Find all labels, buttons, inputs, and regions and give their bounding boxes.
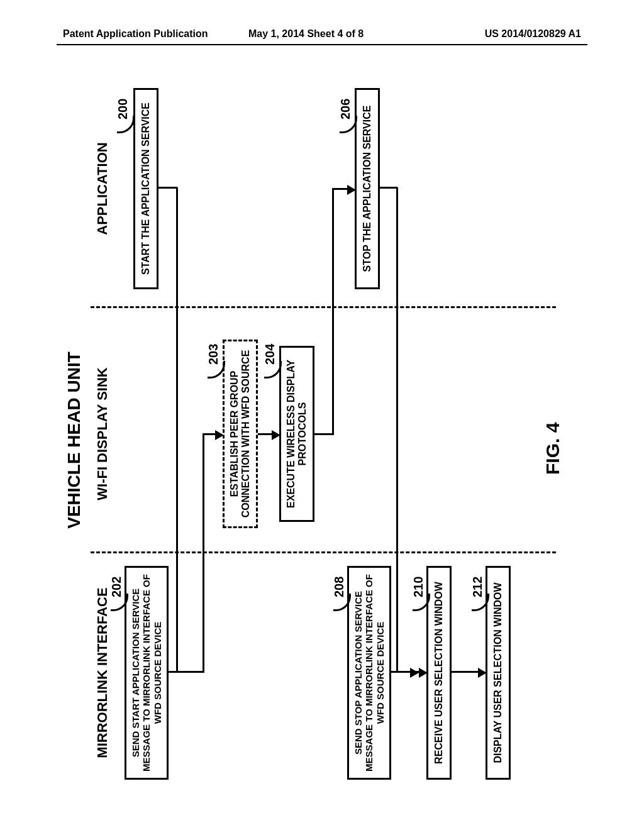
connector — [158, 187, 177, 189]
lane-divider-2 — [91, 306, 556, 308]
connector — [332, 188, 348, 190]
connector — [396, 187, 398, 673]
arrowhead-icon — [410, 668, 419, 678]
connector — [314, 433, 333, 435]
box-204-execute-wd-protocols: EXECUTE WIRELESS DISPLAY PROTOCOLS — [279, 346, 314, 522]
box-200-start-app-service: START THE APPLICATION SERVICE — [133, 88, 158, 289]
diagram: VEHICLE HEAD UNIT MIRRORLINK INTERFACE W… — [64, 75, 580, 805]
header-right: US 2014/0120829 A1 — [485, 28, 581, 40]
connector — [203, 433, 216, 435]
figure-label: FIG. 4 — [542, 423, 564, 475]
ref-hook-icon — [117, 116, 135, 133]
lane-divider-1 — [91, 551, 556, 553]
box-206-stop-app-service: STOP THE APPLICATION SERVICE — [355, 88, 380, 289]
diagram-title: VEHICLE HEAD UNIT — [64, 340, 84, 541]
header-rule — [57, 44, 587, 45]
connector — [176, 187, 178, 673]
box-202-send-start-msg: SEND START APPLICATION SERVICE MESSAGE T… — [125, 566, 169, 780]
box-203-establish-peer-group: ESTABLISH PEER GROUP CONNECTION WITH WFD… — [223, 340, 258, 528]
connector — [332, 189, 334, 435]
lane-header-sink: WI-FI DISPLAY SINK — [94, 340, 111, 528]
header-middle: May 1, 2014 Sheet 4 of 8 — [248, 28, 364, 40]
page: Patent Application Publication May 1, 20… — [0, 0, 644, 830]
connector — [203, 434, 204, 673]
connector — [391, 671, 420, 673]
lane-header-app: APPLICATION — [94, 101, 111, 277]
connector — [258, 433, 273, 435]
box-208-send-stop-msg: SEND STOP APPLICATION SERVICE MESSAGE TO… — [347, 566, 391, 780]
box-210-receive-user-selection: RECEIVE USER SELECTION WINDOW — [426, 566, 452, 780]
box-212-display-user-selection: DISPLAY USER SELECTION WINDOW — [486, 566, 511, 780]
header-left: Patent Application Publication — [63, 28, 208, 40]
connector — [452, 671, 479, 673]
connector — [380, 187, 397, 189]
connector — [169, 671, 204, 673]
lane-header-mirrorlink: MIRRORLINK INTERFACE — [94, 566, 111, 780]
